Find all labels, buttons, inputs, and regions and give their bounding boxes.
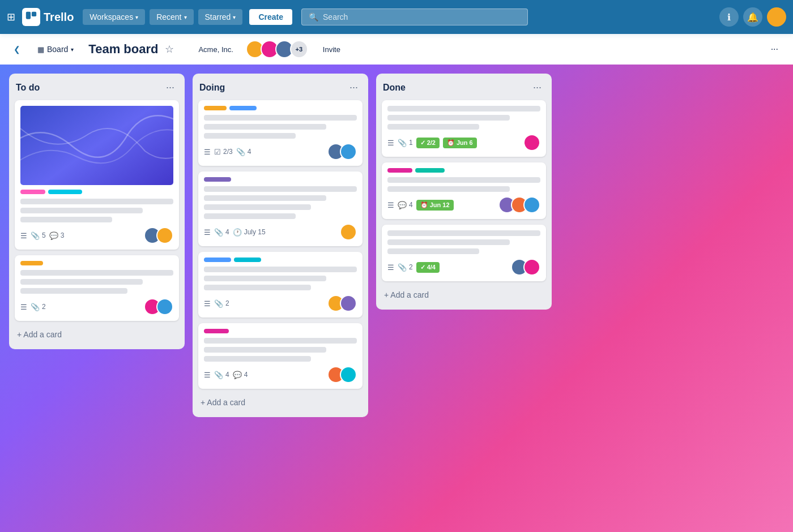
card-meta-card1: ☰ <box>20 231 27 240</box>
card-meta-card3: ☰ <box>204 148 211 156</box>
card-line-card4 <box>204 195 326 201</box>
card-footer-card2: ☰📎2 <box>20 298 173 315</box>
card-avatar <box>340 143 357 160</box>
card-card2[interactable]: ☰📎2 <box>15 255 179 321</box>
meta-icon: 📎 <box>398 139 407 147</box>
badge-check: ✓2/2 <box>416 138 440 148</box>
column-menu-doing[interactable]: ··· <box>346 80 361 95</box>
card-avatars-card1 <box>144 227 173 244</box>
board-view-button[interactable]: ▦ Board ▾ <box>32 42 79 57</box>
column-todo: To do···☰📎5💬3☰📎2+ Add a card <box>9 74 185 349</box>
add-card-doing[interactable]: + Add a card <box>198 394 363 410</box>
label-yellow <box>20 261 43 265</box>
label-teal <box>415 168 445 173</box>
card-line-card3 <box>204 133 296 139</box>
meta-text: 4 <box>244 371 248 379</box>
invite-button[interactable]: Invite <box>315 42 348 57</box>
card-meta-card5: ☰ <box>204 299 211 308</box>
card-footer-card1: ☰📎5💬3 <box>20 227 173 244</box>
member-avatars: +3 <box>246 40 308 58</box>
card-line-card8 <box>387 186 510 192</box>
user-avatar[interactable] <box>767 7 786 27</box>
trello-logo[interactable]: Trello <box>22 8 74 26</box>
header-separator <box>183 42 184 56</box>
nav-right: ℹ 🔔 <box>719 7 786 27</box>
meta-icon: ☰ <box>387 139 394 147</box>
add-card-todo[interactable]: + Add a card <box>15 327 179 342</box>
card-avatars-card7 <box>523 134 540 151</box>
label-pink <box>20 190 45 194</box>
badge-check-icon: ✓ <box>420 264 425 271</box>
sidebar-toggle[interactable]: ❮ <box>9 41 25 57</box>
card-line-card5 <box>204 267 357 272</box>
label-yellow <box>204 106 227 110</box>
search-bar[interactable]: 🔍 <box>301 8 528 25</box>
card-avatars-card9 <box>511 259 540 276</box>
svg-rect-0 <box>26 12 31 19</box>
card-card1[interactable]: ☰📎5💬3 <box>15 100 179 250</box>
workspaces-button[interactable]: Workspaces ▾ <box>83 9 145 25</box>
recent-button[interactable]: Recent ▾ <box>150 9 193 25</box>
badge-clock-icon: ⏰ <box>447 139 455 147</box>
card-footer-card4: ☰📎4🕐July 15 <box>204 224 357 241</box>
column-doing: Doing···☰☑2/3📎4☰📎4🕐July 15☰📎2☰📎4💬4+ Add … <box>193 74 368 417</box>
column-title-done: Done <box>383 83 406 93</box>
badge-clock-icon: ⏰ <box>420 201 428 209</box>
notification-button[interactable]: 🔔 <box>743 7 762 27</box>
star-button[interactable]: ☆ <box>165 43 174 55</box>
card-line-card2 <box>20 270 173 276</box>
info-button[interactable]: ℹ <box>719 7 739 27</box>
card-line-card6 <box>204 356 311 362</box>
navbar: ⊞ Trello Workspaces ▾ Recent ▾ Starred ▾… <box>0 0 793 34</box>
column-menu-done[interactable]: ··· <box>530 80 545 95</box>
workspace-chip[interactable]: Acme, Inc. <box>193 42 238 57</box>
card-line-card7 <box>387 106 540 111</box>
meta-icon: 📎 <box>31 303 40 311</box>
card-line-card2 <box>20 279 143 285</box>
card-avatar <box>340 295 357 312</box>
meta-icon: ☰ <box>387 201 394 209</box>
card-meta-card6: 💬4 <box>233 371 248 379</box>
card-labels-card4 <box>204 177 357 182</box>
add-card-done[interactable]: + Add a card <box>382 287 546 303</box>
card-card6[interactable]: ☰📎4💬4 <box>198 323 363 389</box>
card-line-card3 <box>204 124 326 130</box>
card-avatars-card5 <box>327 295 357 312</box>
card-avatar <box>156 298 173 315</box>
badge-clock: ⏰Jun 6 <box>443 138 477 148</box>
card-card7[interactable]: ☰📎1✓2/2⏰Jun 6 <box>382 100 546 157</box>
label-blue <box>204 258 231 262</box>
card-labels-card5 <box>204 258 357 262</box>
card-avatars-card8 <box>498 196 540 213</box>
column-done: Done···☰📎1✓2/2⏰Jun 6☰💬4⏰Jun 12☰📎2✓4/4+ A… <box>376 74 552 310</box>
card-card3[interactable]: ☰☑2/3📎4 <box>198 100 363 166</box>
starred-chevron: ▾ <box>233 14 236 20</box>
meta-text: 1 <box>409 139 413 147</box>
meta-icon: ☰ <box>204 148 211 156</box>
search-icon: 🔍 <box>309 12 318 22</box>
card-card8[interactable]: ☰💬4⏰Jun 12 <box>382 162 546 219</box>
column-menu-todo[interactable]: ··· <box>163 80 178 95</box>
meta-text: 4 <box>225 228 229 236</box>
card-line-card2 <box>20 288 127 294</box>
card-line-card9 <box>387 230 540 236</box>
card-avatars-card2 <box>144 298 173 315</box>
more-button[interactable]: ··· <box>765 41 784 57</box>
card-meta-card9: 📎2 <box>398 263 413 272</box>
column-title-doing: Doing <box>199 83 225 93</box>
starred-button[interactable]: Starred ▾ <box>198 9 243 25</box>
meta-icon: 📎 <box>214 371 223 379</box>
card-card4[interactable]: ☰📎4🕐July 15 <box>198 171 363 246</box>
card-card5[interactable]: ☰📎2 <box>198 252 363 318</box>
card-meta-card6: 📎4 <box>214 371 229 379</box>
card-line-card6 <box>204 338 357 344</box>
workspaces-chevron: ▾ <box>135 14 138 20</box>
card-card9[interactable]: ☰📎2✓4/4 <box>382 225 546 281</box>
meta-icon: ☰ <box>20 303 27 311</box>
search-input[interactable] <box>323 12 521 22</box>
create-button[interactable]: Create <box>249 9 292 25</box>
meta-text: 4 <box>409 201 413 209</box>
member-more[interactable]: +3 <box>290 40 308 58</box>
card-line-card4 <box>204 213 296 219</box>
grid-icon[interactable]: ⊞ <box>7 11 15 23</box>
